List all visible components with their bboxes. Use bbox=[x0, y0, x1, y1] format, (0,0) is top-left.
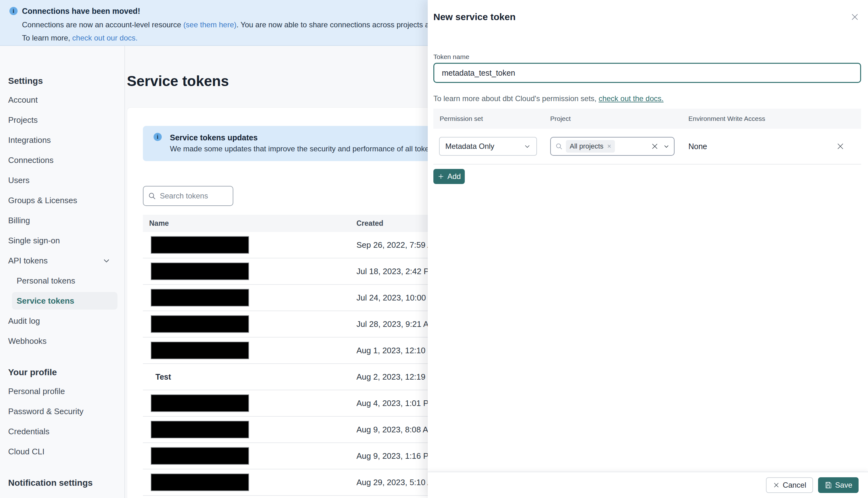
redacted-token-name bbox=[151, 342, 249, 359]
redacted-token-name bbox=[151, 315, 249, 333]
sidebar-item-cloud-cli[interactable]: Cloud CLI bbox=[0, 442, 124, 462]
name-column-header: Name bbox=[143, 219, 356, 228]
banner-text: Connections are now an account-level res… bbox=[22, 21, 183, 29]
redacted-token-name bbox=[151, 262, 249, 280]
search-icon bbox=[555, 143, 563, 150]
sidebar-item-integrations[interactable]: Integrations bbox=[0, 130, 124, 150]
sidebar-item-service-tokens[interactable]: Service tokens bbox=[12, 292, 117, 310]
permission-set-value: Metadata Only bbox=[445, 142, 524, 151]
add-permission-button[interactable]: Add bbox=[433, 169, 465, 184]
save-button[interactable]: Save bbox=[818, 477, 858, 493]
sidebar-item-account[interactable]: Account bbox=[0, 90, 124, 110]
sidebar-item-projects[interactable]: Projects bbox=[0, 110, 124, 130]
sidebar-item-api-tokens[interactable]: API tokens bbox=[0, 251, 124, 271]
chevron-down-icon bbox=[524, 143, 531, 150]
info-icon: i bbox=[154, 133, 162, 141]
sidebar-item-billing[interactable]: Billing bbox=[0, 210, 124, 231]
sidebar-item-credentials[interactable]: Credentials bbox=[0, 421, 124, 442]
token-name: Test bbox=[149, 372, 171, 381]
check-docs-link[interactable]: check out our docs. bbox=[72, 34, 137, 42]
save-button-label: Save bbox=[835, 481, 852, 489]
redacted-token-name bbox=[151, 473, 249, 491]
your-profile-heading: Your profile bbox=[0, 366, 124, 379]
redacted-token-name bbox=[151, 421, 249, 438]
cancel-button[interactable]: Cancel bbox=[766, 477, 813, 493]
new-service-token-drawer: New service token Token name To learn mo… bbox=[428, 0, 868, 498]
env-write-access-value: None bbox=[688, 142, 707, 151]
permission-row: Metadata Only All projects × bbox=[433, 129, 861, 165]
settings-sidebar: Settings Account Projects Integrations C… bbox=[0, 46, 125, 498]
sidebar-item-password-security[interactable]: Password & Security bbox=[0, 401, 124, 421]
project-header: Project bbox=[550, 115, 688, 122]
sidebar-item-groups-licenses[interactable]: Groups & Licenses bbox=[0, 190, 124, 210]
remove-row-icon[interactable] bbox=[836, 142, 845, 151]
info-box-body: We made some updates that improve the se… bbox=[170, 143, 464, 155]
project-multiselect[interactable]: All projects × bbox=[550, 137, 674, 156]
redacted-token-name bbox=[151, 236, 249, 254]
plus-icon bbox=[437, 173, 444, 180]
remove-chip-icon[interactable]: × bbox=[607, 142, 611, 150]
token-name-input[interactable] bbox=[433, 63, 861, 83]
env-write-access-header: Environment Write Access bbox=[688, 115, 836, 122]
chevron-down-icon bbox=[102, 257, 110, 265]
redacted-token-name bbox=[151, 289, 249, 306]
chevron-down-icon[interactable] bbox=[663, 143, 670, 149]
close-icon bbox=[773, 482, 780, 488]
search-icon bbox=[148, 192, 156, 200]
sidebar-item-personal-tokens[interactable]: Personal tokens bbox=[0, 271, 124, 291]
banner-text: To learn more, bbox=[22, 34, 72, 42]
sidebar-item-users[interactable]: Users bbox=[0, 170, 124, 190]
clear-selection-icon[interactable] bbox=[651, 142, 659, 150]
token-name-label: Token name bbox=[433, 53, 861, 61]
search-tokens-box[interactable] bbox=[143, 186, 233, 206]
api-tokens-label: API tokens bbox=[8, 256, 48, 266]
redacted-token-name bbox=[151, 447, 249, 465]
drawer-footer: Cancel Save bbox=[428, 472, 868, 498]
sidebar-item-single-sign-on[interactable]: Single sign-on bbox=[0, 231, 124, 251]
drawer-title: New service token bbox=[433, 11, 861, 23]
sidebar-item-webhooks[interactable]: Webhooks bbox=[0, 331, 124, 351]
permission-sets-note: To learn more about dbt Cloud's permissi… bbox=[433, 94, 861, 103]
settings-heading: Settings bbox=[0, 75, 124, 87]
project-chip-label: All projects bbox=[570, 142, 604, 150]
sidebar-item-connections[interactable]: Connections bbox=[0, 150, 124, 170]
close-icon[interactable] bbox=[850, 12, 860, 22]
save-disk-icon bbox=[824, 481, 832, 489]
add-button-label: Add bbox=[447, 172, 461, 181]
sidebar-item-personal-profile[interactable]: Personal profile bbox=[0, 381, 124, 401]
cancel-button-label: Cancel bbox=[783, 481, 806, 489]
permission-set-select[interactable]: Metadata Only bbox=[439, 137, 537, 156]
redacted-token-name bbox=[151, 394, 249, 412]
info-box-title: Service tokens updates bbox=[170, 132, 464, 143]
banner-title: Connections have been moved! bbox=[22, 6, 140, 16]
see-them-here-link[interactable]: (see them here) bbox=[183, 21, 236, 29]
note-text: To learn more about dbt Cloud's permissi… bbox=[433, 94, 599, 103]
search-tokens-input[interactable] bbox=[160, 192, 228, 200]
permission-set-header: Permission set bbox=[433, 115, 550, 122]
permissions-table-header: Permission set Project Environment Write… bbox=[433, 109, 861, 129]
project-chip: All projects × bbox=[566, 140, 615, 153]
check-out-docs-link[interactable]: check out the docs. bbox=[599, 94, 663, 103]
notification-settings-heading: Notification settings bbox=[0, 477, 124, 489]
info-icon: i bbox=[10, 7, 17, 15]
sidebar-item-audit-log[interactable]: Audit log bbox=[0, 311, 124, 331]
